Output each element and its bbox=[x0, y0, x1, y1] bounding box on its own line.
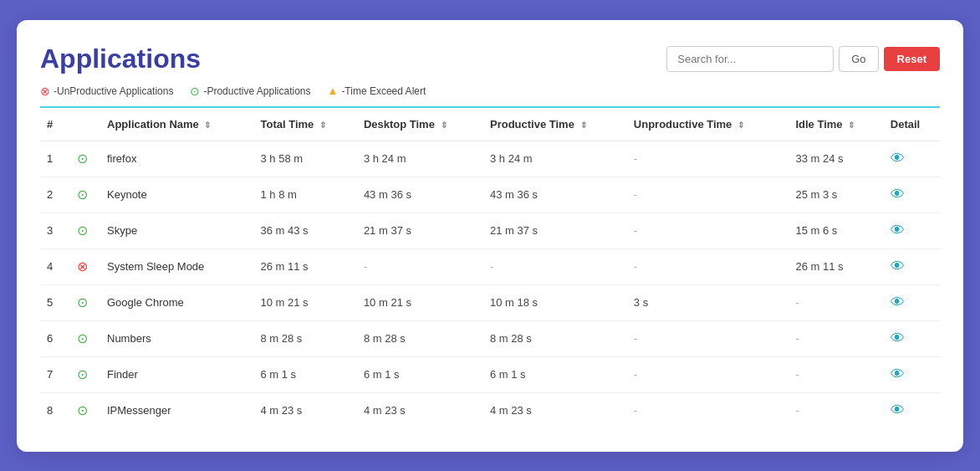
row-status-icon: ⊙ bbox=[70, 212, 100, 248]
detail-eye-icon[interactable]: 👁 bbox=[891, 330, 905, 346]
row-total-time: 1 h 8 m bbox=[254, 177, 357, 212]
detail-eye-icon[interactable]: 👁 bbox=[891, 366, 905, 382]
dash-value: - bbox=[795, 368, 799, 381]
detail-eye-icon[interactable]: 👁 bbox=[891, 259, 905, 274]
row-app-name: Finder bbox=[100, 356, 254, 392]
row-status-icon: ⊙ bbox=[70, 141, 100, 177]
row-desktop-time: 8 m 28 s bbox=[357, 320, 483, 356]
cell-value: 26 m 11 s bbox=[795, 260, 843, 273]
col-idle-time[interactable]: Idle Time ⇕ bbox=[789, 108, 883, 141]
row-detail[interactable]: 👁 bbox=[884, 284, 940, 320]
unproductive-icon: ⊗ bbox=[40, 84, 50, 98]
legend-productive: ⊙ -Productive Applications bbox=[190, 84, 310, 98]
dash-value: - bbox=[795, 404, 799, 417]
cell-value: 6 m 1 s bbox=[261, 368, 297, 381]
detail-eye-icon[interactable]: 👁 bbox=[891, 187, 905, 202]
cell-value: 10 m 21 s bbox=[364, 296, 411, 309]
row-app-name: Skype bbox=[100, 212, 254, 248]
row-detail[interactable]: 👁 bbox=[884, 248, 940, 284]
col-total-time[interactable]: Total Time ⇕ bbox=[254, 108, 357, 141]
cell-value: 10 m 21 s bbox=[261, 296, 309, 309]
row-app-name: Google Chrome bbox=[100, 284, 254, 320]
cell-value: 21 m 37 s bbox=[364, 224, 411, 237]
row-idle-time: 15 m 6 s bbox=[789, 212, 883, 248]
sort-total: ⇕ bbox=[319, 120, 326, 130]
legend-unproductive: ⊗ -UnProductive Applications bbox=[40, 84, 173, 98]
row-number: 7 bbox=[40, 356, 70, 392]
row-status-icon: ⊙ bbox=[70, 356, 100, 392]
row-number: 3 bbox=[40, 212, 70, 248]
col-desktop-time[interactable]: Desktop Time ⇕ bbox=[357, 108, 483, 141]
row-detail[interactable]: 👁 bbox=[884, 141, 940, 177]
sort-app-name: ⇕ bbox=[204, 120, 211, 130]
dash-value: - bbox=[634, 368, 637, 381]
row-detail[interactable]: 👁 bbox=[884, 177, 940, 212]
productive-icon: ⊙ bbox=[190, 84, 200, 98]
cell-value: 6 m 1 s bbox=[364, 368, 400, 381]
col-detail: Detail bbox=[884, 108, 940, 141]
dash-value: - bbox=[634, 404, 637, 417]
col-unproductive-time[interactable]: Unproductive Time ⇕ bbox=[627, 108, 789, 141]
legend-productive-label: -Productive Applications bbox=[203, 85, 310, 97]
row-unproductive-time: - bbox=[627, 392, 789, 428]
search-input[interactable] bbox=[666, 46, 834, 72]
legend-alert-label: -Time Exceed Alert bbox=[341, 85, 426, 97]
go-button[interactable]: Go bbox=[839, 46, 878, 72]
detail-eye-icon[interactable]: 👁 bbox=[891, 294, 905, 310]
row-desktop-time: 6 m 1 s bbox=[357, 356, 483, 392]
header-row: Applications Go Reset bbox=[40, 44, 940, 74]
reset-button[interactable]: Reset bbox=[884, 47, 940, 71]
cell-value: 36 m 43 s bbox=[261, 224, 309, 237]
row-number: 8 bbox=[40, 392, 70, 428]
row-detail[interactable]: 👁 bbox=[884, 392, 940, 428]
cell-value: 8 m 28 s bbox=[261, 332, 303, 345]
main-card: Applications Go Reset ⊗ -UnProductive Ap… bbox=[17, 20, 963, 452]
cell-value: 4 m 23 s bbox=[364, 404, 406, 417]
detail-eye-icon[interactable]: 👁 bbox=[891, 223, 905, 238]
row-app-name: System Sleep Mode bbox=[100, 248, 254, 284]
row-number: 5 bbox=[40, 284, 70, 320]
col-productive-time[interactable]: Productive Time ⇕ bbox=[483, 108, 627, 141]
table-row: 1 ⊙ firefox 3 h 58 m 3 h 24 m 3 h 24 m -… bbox=[40, 141, 940, 177]
productive-status-icon: ⊙ bbox=[77, 367, 88, 381]
detail-eye-icon[interactable]: 👁 bbox=[891, 402, 905, 418]
row-productive-time: 4 m 23 s bbox=[483, 392, 627, 428]
cell-value: 3 h 24 m bbox=[490, 152, 533, 165]
row-number: 6 bbox=[40, 320, 70, 356]
row-desktop-time: 4 m 23 s bbox=[357, 392, 483, 428]
detail-eye-icon[interactable]: 👁 bbox=[891, 151, 905, 166]
productive-status-icon: ⊙ bbox=[77, 223, 88, 238]
page-title: Applications bbox=[40, 44, 201, 74]
row-app-name: Keynote bbox=[100, 177, 254, 212]
legend-unproductive-label: -UnProductive Applications bbox=[54, 85, 173, 97]
col-app-name[interactable]: Application Name ⇕ bbox=[100, 108, 254, 141]
row-app-name: firefox bbox=[100, 141, 254, 177]
sort-idle: ⇕ bbox=[848, 120, 855, 130]
row-desktop-time: 21 m 37 s bbox=[357, 212, 483, 248]
productive-status-icon: ⊙ bbox=[77, 403, 88, 417]
table-header-row: # Application Name ⇕ Total Time ⇕ Deskto… bbox=[40, 108, 940, 141]
row-status-icon: ⊗ bbox=[70, 248, 100, 284]
row-status-icon: ⊙ bbox=[70, 320, 100, 356]
row-number: 1 bbox=[40, 141, 70, 177]
dash-value: - bbox=[364, 260, 367, 273]
unproductive-status-icon: ⊗ bbox=[77, 259, 88, 274]
row-idle-time: 33 m 24 s bbox=[789, 141, 883, 177]
row-number: 2 bbox=[40, 177, 70, 212]
table-row: 8 ⊙ IPMessenger 4 m 23 s 4 m 23 s 4 m 23… bbox=[40, 392, 940, 428]
row-detail[interactable]: 👁 bbox=[884, 320, 940, 356]
dash-value: - bbox=[634, 260, 637, 273]
row-total-time: 26 m 11 s bbox=[254, 248, 357, 284]
row-unproductive-time: 3 s bbox=[627, 284, 789, 320]
legend-row: ⊗ -UnProductive Applications ⊙ -Producti… bbox=[40, 84, 940, 98]
cell-value: 4 m 23 s bbox=[261, 404, 303, 417]
cell-value: 3 s bbox=[634, 296, 648, 309]
row-detail[interactable]: 👁 bbox=[884, 212, 940, 248]
row-productive-time: 8 m 28 s bbox=[483, 320, 627, 356]
row-total-time: 4 m 23 s bbox=[254, 392, 357, 428]
row-total-time: 6 m 1 s bbox=[254, 356, 357, 392]
row-desktop-time: 10 m 21 s bbox=[357, 284, 483, 320]
row-detail[interactable]: 👁 bbox=[884, 356, 940, 392]
row-productive-time: 21 m 37 s bbox=[483, 212, 627, 248]
row-unproductive-time: - bbox=[627, 320, 789, 356]
